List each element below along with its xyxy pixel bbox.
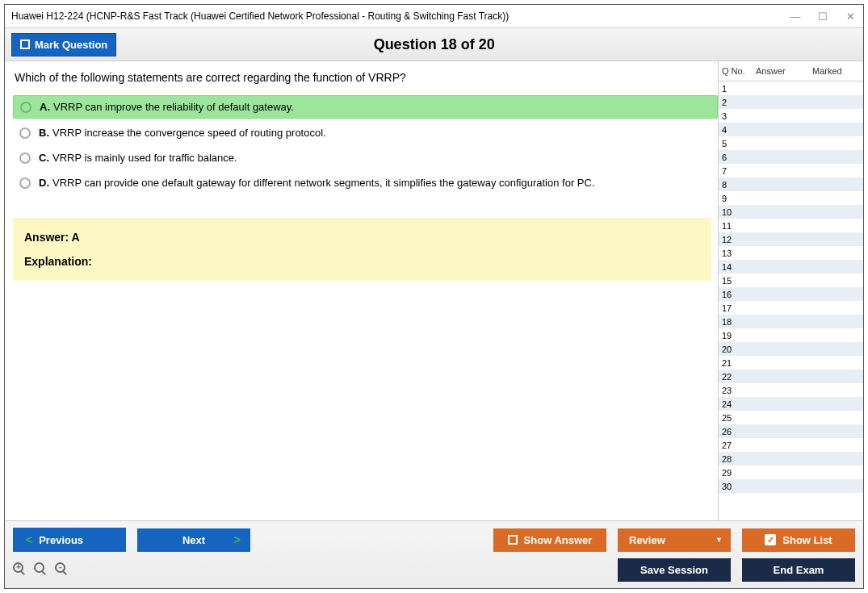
list-row[interactable]: 7 [719,164,863,177]
row-qno: 27 [719,441,753,450]
row-qno: 28 [719,454,753,464]
list-row[interactable]: 5 [719,136,863,150]
row-qno: 16 [719,290,753,299]
main-panel: Which of the following statements are co… [5,61,718,520]
checkbox-icon [508,535,518,545]
row-qno: 17 [719,303,753,313]
list-row[interactable]: 21 [719,356,863,370]
list-row[interactable]: 6 [719,150,863,164]
end-exam-button[interactable]: End Exam [742,558,855,582]
list-row[interactable]: 1 [719,81,863,95]
option-row[interactable]: B. VRRP increase the convergence speed o… [13,122,718,144]
footer-row-1: < Previous Next > Show Answer Review ▼ ✓… [13,528,855,552]
list-row[interactable]: 24 [719,397,863,411]
minimize-icon[interactable]: — [789,10,802,23]
footer-row-2: Save Session End Exam [13,558,855,582]
previous-label: Previous [39,534,83,546]
footer: < Previous Next > Show Answer Review ▼ ✓… [5,520,863,588]
row-qno: 22 [719,372,753,382]
show-answer-button[interactable]: Show Answer [493,528,606,552]
save-session-label: Save Session [640,564,708,576]
list-row[interactable]: 8 [719,177,863,191]
checkbox-checked-icon: ✓ [765,534,776,545]
list-row[interactable]: 25 [719,411,863,424]
row-qno: 26 [719,427,753,436]
next-label: Next [182,534,205,546]
list-row[interactable]: 9 [719,191,863,205]
row-qno: 4 [719,125,753,135]
list-row[interactable]: 2 [719,95,863,109]
list-row[interactable]: 23 [719,383,863,397]
review-button[interactable]: Review ▼ [618,528,731,552]
save-session-button[interactable]: Save Session [618,558,731,582]
row-qno: 3 [719,111,753,121]
list-row[interactable]: 20 [719,342,863,356]
option-letter: B. [39,127,49,139]
previous-button[interactable]: < Previous [13,528,126,552]
option-row[interactable]: C. VRRP is mainly used for traffic balan… [13,147,718,169]
option-letter: D. [39,177,49,189]
chevron-down-icon: ▼ [715,536,723,544]
list-row[interactable]: 18 [719,315,863,328]
close-icon[interactable]: ✕ [844,10,857,23]
question-counter: Question 18 of 20 [116,36,752,53]
row-qno: 14 [719,262,753,272]
list-row[interactable]: 26 [719,424,863,438]
next-button[interactable]: Next > [137,528,250,552]
list-row[interactable]: 22 [719,370,863,383]
list-row[interactable]: 29 [719,466,863,479]
zoom-in-icon[interactable] [13,562,29,578]
row-qno: 10 [719,207,753,217]
show-list-label: Show List [782,534,832,546]
row-qno: 21 [719,358,753,368]
radio-icon [19,177,31,189]
row-qno: 7 [719,166,753,176]
header-qno: Q No. [719,61,753,81]
list-row[interactable]: 12 [719,232,863,246]
list-row[interactable]: 11 [719,219,863,232]
row-qno: 5 [719,139,753,148]
option-text: VRRP is mainly used for traffic balance. [52,152,237,164]
mark-question-button[interactable]: Mark Question [11,33,116,56]
list-row[interactable]: 30 [719,479,863,493]
row-qno: 29 [719,468,753,478]
list-row[interactable]: 28 [719,452,863,466]
show-list-button[interactable]: ✓ Show List [742,528,855,552]
row-qno: 12 [719,235,753,244]
list-row[interactable]: 19 [719,328,863,342]
show-answer-label: Show Answer [524,534,593,546]
row-qno: 24 [719,399,753,409]
list-row[interactable]: 16 [719,287,863,301]
app-window: Huawei H12-224 (HCNP-R&S Fast Track (Hua… [4,4,864,589]
zoom-reset-icon[interactable] [34,562,50,578]
row-qno: 9 [719,194,753,203]
list-row[interactable]: 27 [719,438,863,452]
list-row[interactable]: 13 [719,246,863,260]
list-row[interactable]: 3 [719,109,863,123]
maximize-icon[interactable]: ☐ [816,10,829,23]
checkbox-icon [20,40,30,49]
row-qno: 15 [719,276,753,286]
review-label: Review [629,534,665,546]
row-qno: 23 [719,386,753,395]
list-row[interactable]: 10 [719,205,863,219]
list-row[interactable]: 4 [719,123,863,136]
option-row[interactable]: D. VRRP can provide one default gateway … [13,172,718,194]
row-qno: 8 [719,180,753,190]
list-row[interactable]: 15 [719,274,863,287]
row-qno: 2 [719,98,753,107]
zoom-out-icon[interactable] [55,562,71,578]
row-qno: 18 [719,317,753,327]
list-row[interactable]: 17 [719,301,863,315]
row-qno: 6 [719,152,753,162]
option-letter: C. [39,152,49,164]
question-list-panel: Q No. Answer Marked 12345678910111213141… [718,61,863,520]
titlebar: Huawei H12-224 (HCNP-R&S Fast Track (Hua… [5,5,863,27]
option-row[interactable]: A. VRRP can improve the reliability of d… [13,95,718,119]
list-row[interactable]: 14 [719,260,863,274]
options-list: A. VRRP can improve the reliability of d… [13,95,718,194]
list-rows[interactable]: 1234567891011121314151617181920212223242… [719,81,863,520]
window-controls: — ☐ ✕ [789,10,857,23]
answer-line: Answer: A [24,231,700,244]
option-letter: A. [40,101,50,113]
